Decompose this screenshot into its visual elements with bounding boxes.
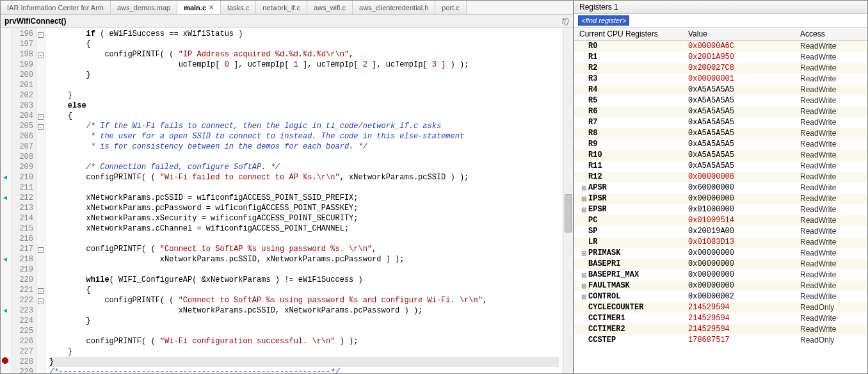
register-value[interactable]: 214529594 bbox=[688, 324, 800, 335]
fold-gutter[interactable]: −−−−−−− bbox=[36, 28, 45, 373]
tab-main-c[interactable]: main.c✕ bbox=[177, 1, 221, 14]
registers-body[interactable]: R00x00000A6CReadWriteR10x2001A950ReadWri… bbox=[574, 41, 867, 373]
tab-network-if-c[interactable]: network_if.c bbox=[256, 1, 307, 14]
register-row-CCTIMER2[interactable]: CCTIMER2214529594ReadWrite bbox=[574, 324, 867, 335]
register-row-CONTROL[interactable]: ⊞CONTROL0x00000002ReadWrite bbox=[574, 291, 867, 302]
code-line[interactable]: /* If the Wi-Fi fails to connect, then t… bbox=[49, 121, 559, 131]
code-line[interactable]: xNetworkParams.pcSSID, xNetworkParams.pc… bbox=[49, 254, 559, 264]
register-row-PC[interactable]: PC0x01009514ReadWrite bbox=[574, 215, 867, 226]
expand-icon[interactable]: ⊞ bbox=[579, 204, 588, 215]
code-line[interactable] bbox=[49, 152, 559, 162]
code-line[interactable]: /*--------------------------------------… bbox=[49, 367, 559, 373]
fold-icon[interactable]: − bbox=[38, 32, 44, 38]
register-row-PRIMASK[interactable]: ⊞PRIMASK0x00000000ReadWrite bbox=[574, 248, 867, 259]
register-value[interactable]: 0x00000000 bbox=[688, 193, 800, 204]
register-value[interactable]: 0xA5A5A5A5 bbox=[688, 117, 800, 128]
register-value[interactable]: 0x00000000 bbox=[688, 280, 800, 291]
scrollbar-thumb[interactable] bbox=[565, 194, 572, 232]
header-value[interactable]: Value bbox=[688, 29, 800, 38]
register-row-R5[interactable]: R50xA5A5A5A5ReadWrite bbox=[574, 95, 867, 106]
register-row-BASEPRI[interactable]: BASEPRI0x00000000ReadWrite bbox=[574, 259, 867, 270]
tab-aws-wifi-c[interactable]: aws_wifi.c bbox=[307, 1, 353, 14]
code-line[interactable]: xNetworkParams.pcSSID = wificonfigACCESS… bbox=[49, 193, 559, 203]
code-line[interactable]: * the user for a open SSID to connect to… bbox=[49, 131, 559, 142]
register-value[interactable]: 0x00000000 bbox=[688, 270, 800, 280]
register-row-LR[interactable]: LR0x01003D13ReadWrite bbox=[574, 237, 867, 248]
fold-icon[interactable]: − bbox=[38, 247, 44, 253]
code-line[interactable]: xNetworkParams.xSecurity = wificonfigACC… bbox=[49, 213, 559, 224]
margin-gutter[interactable]: ◄◄◄◄ bbox=[1, 28, 12, 373]
tab-iar-information-center-for-arm[interactable]: IAR Information Center for Arm bbox=[1, 1, 111, 14]
expand-icon[interactable]: ⊞ bbox=[579, 291, 588, 302]
code-line[interactable]: } bbox=[49, 90, 559, 101]
register-value[interactable]: 0xA5A5A5A5 bbox=[688, 85, 800, 95]
register-value[interactable]: 0xA5A5A5A5 bbox=[688, 95, 800, 106]
find-register-input[interactable]: <find register> bbox=[578, 15, 629, 26]
register-row-SP[interactable]: SP0x20019A00ReadWrite bbox=[574, 226, 867, 237]
bookmark-icon[interactable]: ◄ bbox=[2, 174, 8, 181]
register-row-FAULTMASK[interactable]: ⊞FAULTMASK0x00000000ReadWrite bbox=[574, 280, 867, 291]
register-value[interactable]: 0x01009514 bbox=[688, 215, 800, 226]
register-value[interactable]: 0x00000000 bbox=[688, 248, 800, 259]
register-row-EPSR[interactable]: ⊞EPSR0x01000000ReadWrite bbox=[574, 204, 867, 215]
code-line[interactable]: configPRINTF( ( "IP Address acquired %d.… bbox=[49, 49, 559, 60]
register-row-BASEPRI_MAX[interactable]: ⊞BASEPRI_MAX0x00000000ReadWrite bbox=[574, 270, 867, 280]
code-line[interactable]: configPRINTF( ( "Wi-Fi configuration suc… bbox=[49, 336, 559, 346]
register-value[interactable]: 0x60000000 bbox=[688, 183, 800, 193]
register-value[interactable]: 0x01003D13 bbox=[688, 237, 800, 248]
register-row-CCSTEP[interactable]: CCSTEP178687517ReadOnly bbox=[574, 335, 867, 346]
code-line[interactable] bbox=[49, 326, 559, 336]
register-row-R7[interactable]: R70xA5A5A5A5ReadWrite bbox=[574, 117, 867, 128]
register-value[interactable]: 0x00000001 bbox=[688, 74, 800, 85]
code-line[interactable] bbox=[49, 80, 559, 90]
code-line[interactable]: if ( eWiFiSuccess == xWifiStatus ) bbox=[49, 29, 559, 39]
code-line[interactable] bbox=[49, 183, 559, 193]
register-row-CCTIMER1[interactable]: CCTIMER1214529594ReadWrite bbox=[574, 313, 867, 324]
register-value[interactable]: 178687517 bbox=[688, 335, 800, 346]
register-row-R3[interactable]: R30x00000001ReadWrite bbox=[574, 74, 867, 85]
bookmark-icon[interactable]: ◄ bbox=[2, 194, 8, 201]
tab-aws-clientcredential-h[interactable]: aws_clientcredential.h bbox=[353, 1, 435, 14]
register-value[interactable]: 0xA5A5A5A5 bbox=[688, 139, 800, 150]
register-value[interactable]: 0x00000000 bbox=[688, 259, 800, 270]
code-line[interactable]: /* Connection failed, configure SoftAP. … bbox=[49, 162, 559, 172]
register-row-R0[interactable]: R00x00000A6CReadWrite bbox=[574, 41, 867, 52]
register-value[interactable]: 0x00000002 bbox=[688, 291, 800, 302]
code-line[interactable]: } bbox=[49, 357, 559, 367]
tab-aws-demos-map[interactable]: aws_demos.map bbox=[111, 1, 177, 14]
bookmark-icon[interactable]: ◄ bbox=[2, 307, 8, 314]
register-row-R11[interactable]: R110xA5A5A5A5ReadWrite bbox=[574, 161, 867, 172]
register-value[interactable]: 0x00000008 bbox=[688, 172, 800, 183]
register-value[interactable]: 0x20019A00 bbox=[688, 226, 800, 237]
fold-icon[interactable]: − bbox=[38, 124, 44, 130]
register-row-R8[interactable]: R80xA5A5A5A5ReadWrite bbox=[574, 128, 867, 139]
fold-icon[interactable]: − bbox=[38, 298, 44, 304]
close-icon[interactable]: ✕ bbox=[209, 4, 214, 11]
tab-port-c[interactable]: port.c bbox=[435, 1, 467, 14]
expand-icon[interactable]: ⊞ bbox=[579, 270, 588, 280]
code-line[interactable]: ucTempIp[ 0 ], ucTempIp[ 1 ], ucTempIp[ … bbox=[49, 60, 559, 70]
code-line[interactable] bbox=[49, 264, 559, 275]
register-value[interactable]: 0xA5A5A5A5 bbox=[688, 106, 800, 117]
register-value[interactable]: 0x200027C8 bbox=[688, 63, 800, 74]
register-row-R4[interactable]: R40xA5A5A5A5ReadWrite bbox=[574, 85, 867, 95]
register-row-R1[interactable]: R10x2001A950ReadWrite bbox=[574, 52, 867, 63]
code-line[interactable]: } bbox=[49, 346, 559, 357]
code-line[interactable]: xNetworkParams.pcPassword = wificonfigAC… bbox=[49, 203, 559, 213]
register-row-R6[interactable]: R60xA5A5A5A5ReadWrite bbox=[574, 106, 867, 117]
code-line[interactable]: else bbox=[49, 101, 559, 111]
register-value[interactable]: 0x00000A6C bbox=[688, 41, 800, 52]
expand-icon[interactable]: ⊞ bbox=[579, 193, 588, 204]
code-line[interactable]: } bbox=[49, 70, 559, 80]
editor-scrollbar[interactable] bbox=[563, 28, 573, 373]
expand-icon[interactable]: ⊞ bbox=[579, 248, 588, 259]
register-row-CYCLECOUNTER[interactable]: CYCLECOUNTER214529594ReadOnly bbox=[574, 302, 867, 313]
header-access[interactable]: Access bbox=[800, 29, 862, 38]
expand-icon[interactable]: ⊞ bbox=[579, 183, 588, 193]
tab-tasks-c[interactable]: tasks.c bbox=[221, 1, 256, 14]
header-name[interactable]: Current CPU Registers bbox=[579, 29, 688, 38]
code-area[interactable]: if ( eWiFiSuccess == xWifiStatus ) { con… bbox=[45, 28, 563, 373]
code-line[interactable]: { bbox=[49, 111, 559, 121]
code-line[interactable]: } bbox=[49, 316, 559, 326]
register-row-APSR[interactable]: ⊞APSR0x60000000ReadWrite bbox=[574, 183, 867, 193]
